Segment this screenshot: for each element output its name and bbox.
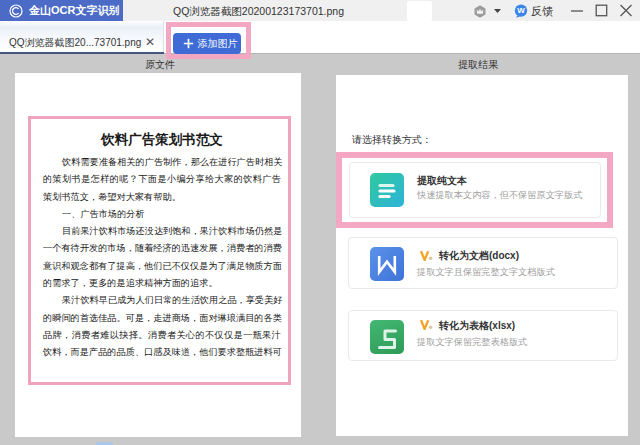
svg-text:W: W: [517, 6, 525, 15]
